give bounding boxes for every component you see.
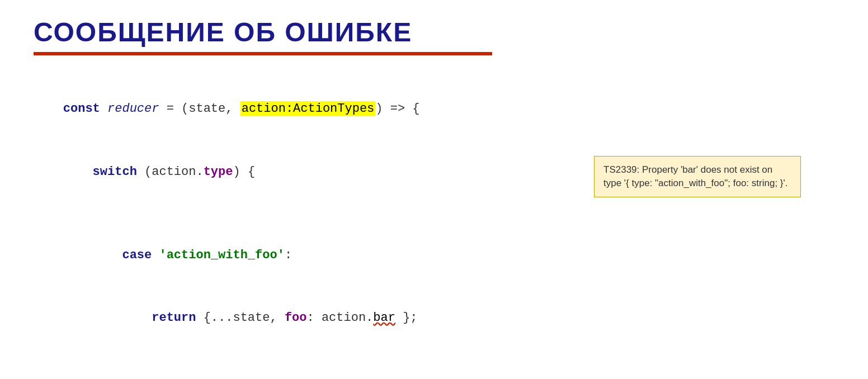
tooltip-text: TS2339: Property 'bar' does not exist on…: [603, 164, 787, 188]
keyword-switch: switch: [63, 165, 137, 179]
line1-end: ) => {: [375, 102, 419, 116]
action-types-highlight: action:ActionTypes: [240, 101, 376, 116]
error-tooltip: TS2339: Property 'bar' does not exist on…: [594, 156, 801, 197]
keyword-const: const: [63, 102, 100, 116]
line4-end: };: [395, 311, 418, 325]
code-line-4: return {...state, foo: action.bar };: [34, 287, 834, 349]
colon2: : action.: [307, 311, 374, 325]
type-prop: type: [204, 165, 233, 179]
code-line-empty2: [34, 349, 834, 370]
code-line-empty1: [34, 203, 834, 224]
line2-brace: ) {: [233, 165, 255, 179]
keyword-case1: case: [63, 248, 152, 262]
spread1: {...state,: [196, 311, 284, 325]
foo-prop: foo: [285, 311, 307, 325]
string-action-foo: 'action_with_foo': [152, 248, 285, 262]
code-line-1: const reducer = (state, action:ActionTyp…: [34, 78, 834, 140]
keyword-return1: return: [63, 311, 196, 325]
code-line-5: case 'action_with_bar':: [34, 370, 834, 379]
line2-rest: (action.: [137, 165, 204, 179]
page-title: СООБЩЕНИЕ ОБ ОШИБКЕ: [34, 17, 834, 48]
colon1: :: [285, 248, 292, 262]
code-line-3: case 'action_with_foo':: [34, 224, 834, 287]
bar-underline: bar: [373, 311, 395, 325]
space-1: [100, 102, 107, 116]
title-underline: [34, 52, 492, 55]
line1-eq: = (state,: [159, 102, 240, 116]
code-block: const reducer = (state, action:ActionTyp…: [34, 78, 834, 379]
reducer-name: reducer: [107, 102, 159, 116]
